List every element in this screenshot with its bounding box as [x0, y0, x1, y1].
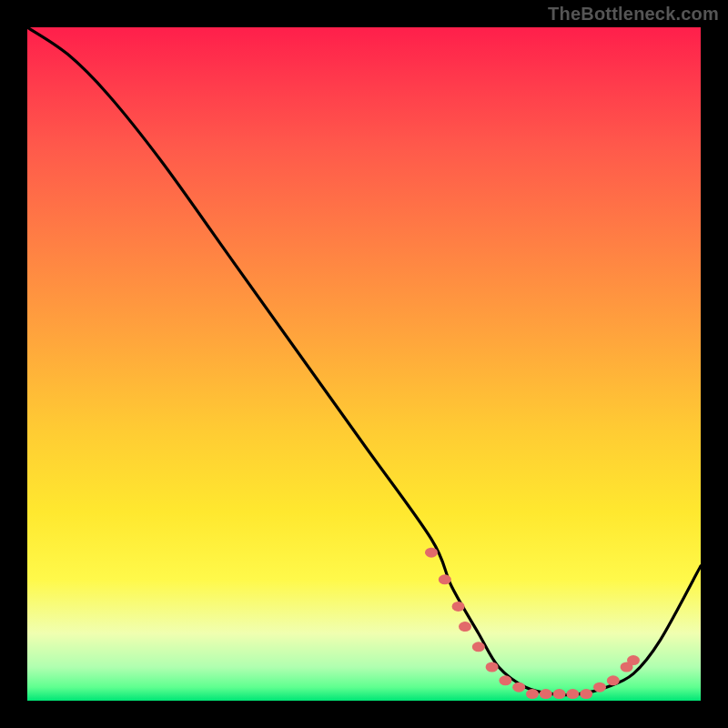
curve-layer [27, 27, 701, 701]
marker-dot [526, 689, 539, 699]
marker-dot [459, 622, 471, 632]
marker-dot [607, 675, 620, 685]
marker-dot [499, 675, 511, 685]
marker-dots [425, 548, 640, 699]
marker-dot [439, 574, 451, 584]
bottleneck-curve-path [27, 27, 701, 695]
marker-dot [472, 642, 485, 652]
marker-dot [425, 548, 438, 558]
plot-area [27, 27, 701, 701]
marker-dot [486, 662, 499, 672]
marker-dot [553, 689, 566, 699]
marker-dot [580, 689, 592, 699]
marker-dot [593, 682, 606, 693]
marker-dot [512, 682, 525, 693]
marker-dot [452, 602, 465, 612]
watermark-text: TheBottleneck.com [548, 4, 719, 25]
marker-dot [627, 655, 640, 665]
marker-dot [566, 689, 579, 699]
marker-dot [540, 689, 552, 699]
chart-frame: TheBottleneck.com [0, 0, 728, 728]
